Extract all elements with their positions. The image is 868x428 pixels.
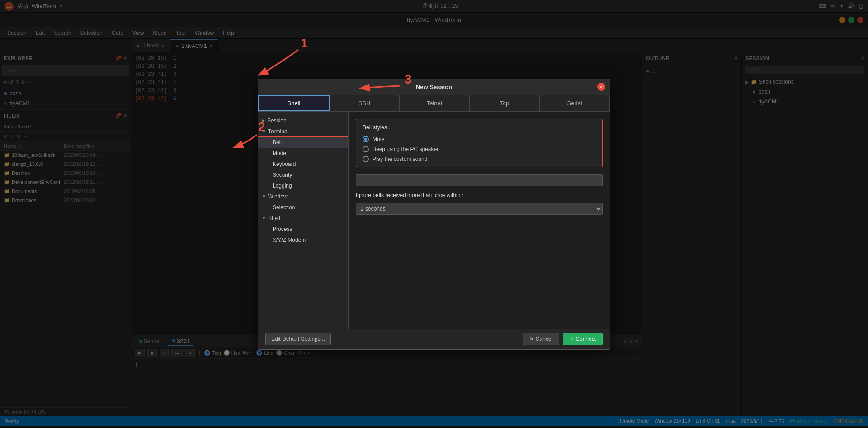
modal-tree-terminal[interactable]: ▼ Terminal <box>258 126 348 137</box>
mode-tree-label: Mode <box>273 150 286 156</box>
modal-tree-window[interactable]: ▼ Window <box>258 191 348 202</box>
ignore-bells-label: Ignore bells received more than once wit… <box>356 192 603 199</box>
modal-close-button[interactable]: × <box>597 83 605 91</box>
modal-tree-xyz-modem[interactable]: X/Y/Z Modem <box>258 235 348 245</box>
custom-sound-radio-circle[interactable] <box>363 156 369 162</box>
mute-radio-circle[interactable] <box>363 136 369 142</box>
mute-radio-row[interactable]: Mute <box>363 136 596 142</box>
cancel-button[interactable]: ✕ Cancel <box>523 333 559 345</box>
custom-sound-radio-row[interactable]: Play the custom sound <box>363 156 596 162</box>
modal-tree-keyboard[interactable]: Keyboard <box>258 159 348 169</box>
modal-tree-security[interactable]: Security <box>258 169 348 180</box>
terminal-expand-icon: ▼ <box>262 129 266 134</box>
modal-tree-panel: ▶ Session ▼ Terminal Bell Mode Keyboard <box>258 112 349 329</box>
modal-overlay: New Session × Shell SSH Telnet Tcp Seria… <box>0 0 868 428</box>
session-expand-icon: ▶ <box>262 118 265 123</box>
process-tree-label: Process <box>273 226 292 232</box>
connect-button[interactable]: ✓ Connect <box>563 333 603 345</box>
custom-sound-input[interactable] <box>356 174 603 186</box>
modal-tab-telnet[interactable]: Telnet <box>400 95 470 111</box>
session-tree-label: Session <box>267 118 287 124</box>
mute-label: Mute <box>373 136 385 142</box>
modal-tab-serial-label: Serial <box>567 100 582 107</box>
modal-tree-selection[interactable]: Selection <box>258 202 348 213</box>
modal-tree-session[interactable]: ▶ Session <box>258 115 348 126</box>
modal-title: New Session <box>416 84 452 90</box>
edit-default-settings-button[interactable]: Edit Default Settings... <box>265 333 331 345</box>
footer-buttons: ✕ Cancel ✓ Connect <box>523 333 603 345</box>
modal-tree-process[interactable]: Process <box>258 224 348 235</box>
ignore-bells-select[interactable]: 2 seconds 1 second 3 seconds 5 seconds <box>356 203 603 215</box>
bell-styles-title: Bell styles： <box>363 124 596 132</box>
beep-radio-row[interactable]: Beep using the PC speaker <box>363 146 596 152</box>
modal-tab-serial[interactable]: Serial <box>540 95 610 111</box>
shell-tree-label: Shell <box>268 215 280 221</box>
modal-tabs: Shell SSH Telnet Tcp Serial <box>258 95 610 112</box>
shell-expand-icon: ▼ <box>262 216 266 221</box>
modal-tab-ssh[interactable]: SSH <box>330 95 400 111</box>
bell-tree-label: Bell <box>273 139 282 146</box>
modal-tab-ssh-label: SSH <box>359 100 371 107</box>
modal-tree-shell[interactable]: ▼ Shell <box>258 213 348 224</box>
bell-styles-box: Bell styles： Mute Beep using the PC spea… <box>356 119 603 167</box>
window-tree-label: Window <box>268 193 288 200</box>
logging-tree-label: Logging <box>273 183 292 189</box>
modal-tab-tcp-label: Tcp <box>500 100 509 107</box>
modal-right-panel: Bell styles： Mute Beep using the PC spea… <box>349 112 610 329</box>
modal-tab-shell-label: Shell <box>288 100 301 107</box>
modal-tree-mode[interactable]: Mode <box>258 148 348 159</box>
ignore-bells-select-row: 2 seconds 1 second 3 seconds 5 seconds <box>356 203 603 215</box>
keyboard-tree-label: Keyboard <box>273 161 296 167</box>
modal-footer: Edit Default Settings... ✕ Cancel ✓ Conn… <box>258 329 610 349</box>
modal-header: New Session × <box>258 79 610 95</box>
bell-styles-radio-group: Mute Beep using the PC speaker Play the … <box>363 136 596 162</box>
modal-tree-logging[interactable]: Logging <box>258 180 348 191</box>
new-session-modal: New Session × Shell SSH Telnet Tcp Seria… <box>258 79 610 350</box>
window-expand-icon: ▼ <box>262 194 266 199</box>
selection-tree-label: Selection <box>273 204 295 211</box>
modal-tab-telnet-label: Telnet <box>427 100 443 107</box>
modal-tab-tcp[interactable]: Tcp <box>470 95 540 111</box>
terminal-tree-label: Terminal <box>268 128 288 135</box>
xyz-modem-tree-label: X/Y/Z Modem <box>273 237 306 243</box>
security-tree-label: Security <box>273 172 292 178</box>
modal-body: ▶ Session ▼ Terminal Bell Mode Keyboard <box>258 112 610 329</box>
beep-radio-circle[interactable] <box>363 146 369 152</box>
beep-label: Beep using the PC speaker <box>373 146 439 152</box>
modal-tab-shell[interactable]: Shell <box>258 95 330 111</box>
custom-sound-label: Play the custom sound <box>373 156 427 162</box>
modal-tree-bell[interactable]: Bell <box>258 137 348 148</box>
